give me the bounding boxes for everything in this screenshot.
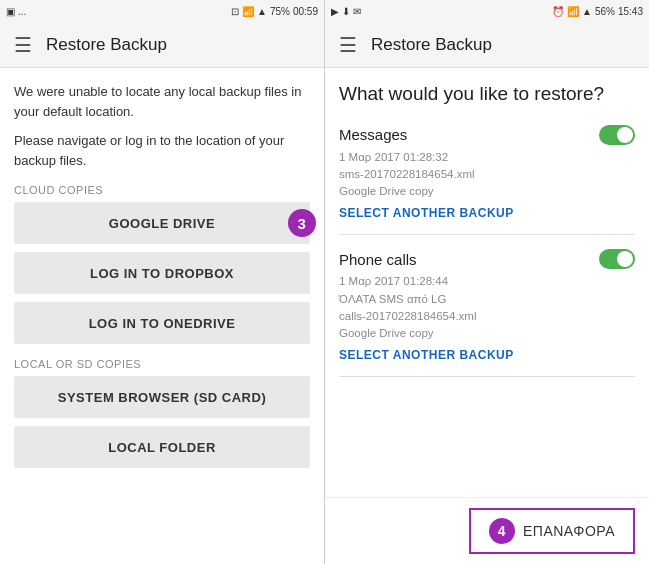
msg-icon: ✉ bbox=[353, 6, 361, 17]
dropbox-button[interactable]: LOG IN TO DROPBOX bbox=[14, 252, 310, 294]
messages-select-backup[interactable]: SELECT ANOTHER BACKUP bbox=[339, 206, 635, 220]
calls-info: ΌΛΑΤΑ SMS από LG bbox=[339, 291, 635, 308]
download-icon: ⬇ bbox=[342, 6, 350, 17]
alarm-icon: ⏰ bbox=[552, 6, 564, 17]
restore-btn-label: ΕΠΑΝΑΦΟΡΑ bbox=[523, 523, 615, 539]
system-browser-button[interactable]: SYSTEM BROWSER (SD CARD) bbox=[14, 376, 310, 418]
messages-date: 1 Μαρ 2017 01:28:32 bbox=[339, 149, 635, 166]
messages-label: Messages bbox=[339, 126, 407, 143]
messages-header: Messages bbox=[339, 125, 635, 145]
calls-detail: 1 Μαρ 2017 01:28:44 ΌΛΑΤΑ SMS από LG cal… bbox=[339, 273, 635, 342]
time-right: 15:43 bbox=[618, 6, 643, 17]
right-content: What would you like to restore? Messages… bbox=[325, 68, 649, 497]
messages-toggle[interactable] bbox=[599, 125, 635, 145]
cloud-copies-label: CLOUD COPIES bbox=[14, 184, 310, 196]
calls-select-backup[interactable]: SELECT ANOTHER BACKUP bbox=[339, 348, 635, 362]
status-right-left-icons: ▶ ⬇ ✉ bbox=[331, 6, 361, 17]
calls-header: Phone calls bbox=[339, 249, 635, 269]
toolbar-left: ☰ Restore Backup bbox=[0, 22, 324, 68]
battery-right: 56% bbox=[595, 6, 615, 17]
status-bar-right: ▶ ⬇ ✉ ⏰ 📶 ▲ 56% 15:43 bbox=[325, 0, 649, 22]
battery-left: 75% bbox=[270, 6, 290, 17]
toolbar-right: ☰ Restore Backup bbox=[325, 22, 649, 68]
status-dots: ... bbox=[18, 6, 26, 17]
onedrive-button[interactable]: LOG IN TO ONEDRIVE bbox=[14, 302, 310, 344]
google-drive-button[interactable]: GOOGLE DRIVE 3 bbox=[14, 202, 310, 244]
hamburger-icon-right[interactable]: ☰ bbox=[339, 33, 357, 57]
app-title-left: Restore Backup bbox=[46, 35, 167, 55]
status-left-icons: ▣ ... bbox=[6, 6, 26, 17]
messages-source: Google Drive copy bbox=[339, 183, 635, 200]
calls-date: 1 Μαρ 2017 01:28:44 bbox=[339, 273, 635, 290]
restore-item-messages: Messages 1 Μαρ 2017 01:28:32 sms-2017022… bbox=[339, 125, 635, 236]
messages-detail: 1 Μαρ 2017 01:28:32 sms-20170228184654.x… bbox=[339, 149, 635, 201]
status-bar-left: ▣ ... ⊡ 📶 ▲ 75% 00:59 bbox=[0, 0, 324, 22]
step-badge-4: 4 bbox=[489, 518, 515, 544]
restore-button[interactable]: 4 ΕΠΑΝΑΦΟΡΑ bbox=[469, 508, 635, 554]
right-panel: ▶ ⬇ ✉ ⏰ 📶 ▲ 56% 15:43 ☰ Restore Backup W… bbox=[325, 0, 649, 564]
info-text-2: Please navigate or log in to the locatio… bbox=[14, 131, 310, 170]
calls-toggle[interactable] bbox=[599, 249, 635, 269]
left-content: We were unable to locate any local backu… bbox=[0, 68, 324, 564]
restore-item-calls: Phone calls 1 Μαρ 2017 01:28:44 ΌΛΑΤΑ SM… bbox=[339, 249, 635, 377]
calls-filename: calls-20170228184654.xml bbox=[339, 308, 635, 325]
local-copies-label: LOCAL OR SD COPIES bbox=[14, 358, 310, 370]
wifi-icon: ▲ bbox=[257, 6, 267, 17]
left-panel: ▣ ... ⊡ 📶 ▲ 75% 00:59 ☰ Restore Backup W… bbox=[0, 0, 325, 564]
restore-question: What would you like to restore? bbox=[339, 82, 635, 107]
status-right-right-icons: ⏰ 📶 ▲ 56% 15:43 bbox=[552, 6, 643, 17]
signal-icon-right: 📶 bbox=[567, 6, 579, 17]
play-icon: ▶ bbox=[331, 6, 339, 17]
wifi-icon-right: ▲ bbox=[582, 6, 592, 17]
messages-filename: sms-20170228184654.xml bbox=[339, 166, 635, 183]
local-folder-button[interactable]: LOCAL FOLDER bbox=[14, 426, 310, 468]
app-title-right: Restore Backup bbox=[371, 35, 492, 55]
sim-icon: ▣ bbox=[6, 6, 15, 17]
bottom-action: 4 ΕΠΑΝΑΦΟΡΑ bbox=[325, 497, 649, 564]
status-right-icons: ⊡ 📶 ▲ 75% 00:59 bbox=[231, 6, 318, 17]
time-left: 00:59 bbox=[293, 6, 318, 17]
cast-icon: ⊡ bbox=[231, 6, 239, 17]
step-badge-3: 3 bbox=[288, 209, 316, 237]
hamburger-icon-left[interactable]: ☰ bbox=[14, 33, 32, 57]
signal-icon: 📶 bbox=[242, 6, 254, 17]
calls-label: Phone calls bbox=[339, 251, 417, 268]
info-text-1: We were unable to locate any local backu… bbox=[14, 82, 310, 121]
calls-source: Google Drive copy bbox=[339, 325, 635, 342]
